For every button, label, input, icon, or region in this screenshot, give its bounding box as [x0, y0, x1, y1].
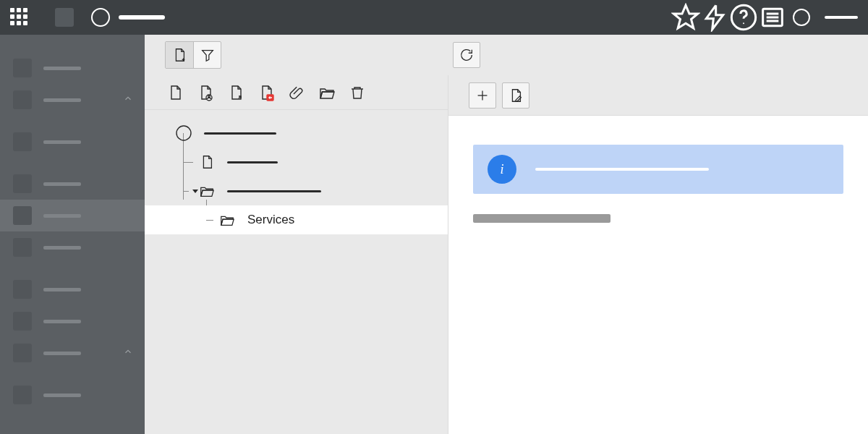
- nav-item-icon: [13, 174, 32, 193]
- favorite-icon[interactable]: [671, 3, 700, 32]
- nav-item-icon: [13, 238, 32, 257]
- svg-marker-0: [673, 5, 697, 28]
- nav-item-label: [43, 288, 81, 292]
- nav-item-label: [43, 182, 81, 186]
- split-panes: Services i: [145, 75, 868, 434]
- nav-item[interactable]: [0, 273, 145, 305]
- svg-point-2: [743, 22, 744, 24]
- view-mode-group: [165, 41, 221, 69]
- info-glyph: i: [500, 162, 503, 177]
- nav-item[interactable]: [0, 379, 145, 411]
- nav-item-label: [43, 214, 81, 218]
- attachment-icon[interactable]: [286, 82, 307, 103]
- tree-node-label: [227, 190, 321, 192]
- nav-item[interactable]: [0, 84, 145, 116]
- svg-point-13: [176, 126, 191, 140]
- nav-item-label: [43, 98, 81, 102]
- toolbar-primary: [145, 35, 868, 75]
- nav-item-label: [43, 320, 81, 323]
- apps-launcher-icon[interactable]: [10, 8, 29, 27]
- delete-icon[interactable]: [347, 82, 367, 103]
- detail-toolbar: [448, 75, 868, 116]
- add-button[interactable]: [469, 82, 496, 109]
- document-import-icon[interactable]: [256, 82, 276, 103]
- help-icon[interactable]: [729, 3, 758, 32]
- nav-item-icon: [13, 59, 32, 77]
- nav-item-icon: [13, 132, 32, 151]
- info-icon: i: [488, 155, 516, 184]
- document-icon: [197, 152, 217, 172]
- top-bar: [0, 0, 868, 35]
- nav-item-icon: [13, 90, 32, 109]
- nav-item[interactable]: [0, 305, 145, 337]
- nav-item-label: [43, 352, 81, 355]
- content-area: Services i: [145, 35, 868, 434]
- filter-button[interactable]: [193, 42, 221, 68]
- nav-item-icon: [13, 344, 32, 362]
- nav-item[interactable]: [0, 126, 145, 158]
- detail-pane: i: [448, 75, 868, 434]
- context-avatar-icon[interactable]: [91, 8, 110, 27]
- tree-node-label: [227, 161, 278, 163]
- tree-node-label: [204, 132, 276, 135]
- nav-item[interactable]: [0, 168, 145, 200]
- svg-marker-9: [202, 50, 213, 61]
- app-logo: [55, 8, 74, 27]
- nav-item-icon: [13, 206, 32, 225]
- info-banner: i: [473, 145, 843, 194]
- nav-item-selected[interactable]: [0, 200, 145, 231]
- user-avatar-icon: [793, 9, 810, 26]
- nav-item-label: [43, 67, 81, 70]
- list-icon[interactable]: [758, 3, 787, 32]
- chevron-up-icon[interactable]: [123, 93, 133, 106]
- refresh-button[interactable]: [453, 42, 480, 68]
- folder-open-icon: [217, 210, 237, 230]
- tree-node-selected[interactable]: Services: [145, 205, 448, 234]
- nav-item[interactable]: [0, 52, 145, 84]
- user-name: [825, 16, 858, 19]
- nav-item-label: [43, 140, 81, 144]
- nav-item-icon: [13, 280, 32, 299]
- circle-icon: [174, 123, 194, 143]
- document-user-icon[interactable]: [195, 82, 216, 103]
- folder-open-icon[interactable]: [317, 82, 337, 103]
- nav-item-icon: [13, 386, 32, 404]
- detail-title: [473, 214, 610, 223]
- nav-item-icon: [13, 312, 32, 331]
- chevron-up-icon[interactable]: [123, 346, 133, 359]
- detail-body: i: [448, 116, 868, 252]
- tree-node-expandable[interactable]: [145, 176, 448, 205]
- user-menu[interactable]: [787, 3, 816, 32]
- main-area: Services i: [0, 35, 868, 434]
- nav-sidebar: [0, 35, 145, 434]
- caret-down-icon[interactable]: [185, 187, 205, 195]
- context-title: [119, 15, 165, 20]
- svg-marker-14: [192, 190, 198, 193]
- edit-button[interactable]: [502, 82, 529, 109]
- info-message: [535, 168, 709, 171]
- nav-item[interactable]: [0, 337, 145, 369]
- tree-pane: Services: [145, 75, 448, 434]
- tree-toolbar: [145, 75, 448, 110]
- tree-node-label: Services: [247, 213, 294, 227]
- tree-root[interactable]: [145, 119, 448, 148]
- nav-item-label: [43, 246, 81, 250]
- nav-item-label: [43, 393, 81, 397]
- bolt-icon[interactable]: [700, 3, 729, 32]
- document-icon[interactable]: [165, 82, 185, 103]
- tree-node[interactable]: [145, 148, 448, 176]
- nav-item[interactable]: [0, 231, 145, 263]
- new-document-button[interactable]: [166, 42, 193, 68]
- document-link-icon[interactable]: [226, 82, 246, 103]
